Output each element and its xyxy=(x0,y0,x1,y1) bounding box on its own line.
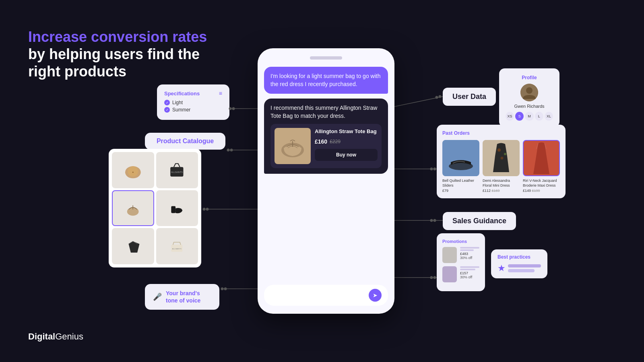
bp-bar-2 xyxy=(508,269,535,272)
size-l[interactable]: L xyxy=(535,112,543,121)
svg-point-23 xyxy=(224,288,227,290)
buy-now-button[interactable]: Buy now xyxy=(315,149,378,161)
size-xs[interactable]: XS xyxy=(506,112,514,121)
svg-point-29 xyxy=(433,168,436,171)
svg-point-14 xyxy=(232,107,235,110)
product-thumb-2[interactable]: ALLSAINTS xyxy=(156,152,198,188)
spec-item-light: ✓ Light xyxy=(164,100,222,105)
filter-icon: ≡ xyxy=(219,90,222,97)
send-button[interactable]: ➤ xyxy=(369,289,382,302)
user-message-text: I'm looking for a light summer bag to go… xyxy=(270,73,380,87)
promo-bar-3 xyxy=(460,266,479,268)
svg-point-17 xyxy=(230,149,233,152)
size-m[interactable]: M xyxy=(525,112,533,121)
past-order-img-1 xyxy=(442,140,479,176)
promo-bar-1 xyxy=(460,247,479,249)
past-order-img-2 xyxy=(483,140,520,176)
size-xl[interactable]: XL xyxy=(545,112,553,121)
past-orders-card: Past Orders Bell Quilted Leather Sliders… xyxy=(437,125,566,198)
svg-point-28 xyxy=(430,168,433,171)
promo-img-2 xyxy=(442,266,457,282)
size-s[interactable]: S xyxy=(515,112,524,121)
avatar xyxy=(520,84,538,101)
sales-guidance-label: Sales Guidance xyxy=(443,212,516,230)
spec-label-light: Light xyxy=(172,100,183,105)
promo-off-2: 30% off xyxy=(460,275,479,279)
best-practices-card: Best practices ★ xyxy=(491,249,547,278)
svg-point-34 xyxy=(430,276,433,279)
svg-text:ALLSAINTS: ALLSAINTS xyxy=(172,248,182,250)
svg-point-46 xyxy=(501,157,504,160)
promo-details-1: £483 30% off xyxy=(460,247,479,260)
product-thumb-6[interactable]: ALLSAINTS xyxy=(156,228,198,264)
user-data-text: User Data xyxy=(452,93,486,101)
past-order-price-2: £112 £169 xyxy=(483,189,520,193)
past-order-3[interactable]: Riri V-Neck Jacquard Broderie Maxi Dress… xyxy=(523,140,560,193)
product-grid-card: ● ALLSAINTS ALLSAI xyxy=(109,149,201,267)
past-order-2[interactable]: Demi Alessandra Floral Mini Dress £112 £… xyxy=(483,140,520,193)
profile-card: Profile Gwen Richards XS S M L XL xyxy=(499,68,559,127)
promo-details-2: £157 30% off xyxy=(460,266,479,279)
promo-price-2: £157 xyxy=(460,271,479,275)
past-order-old-price-2: £169 xyxy=(492,189,500,193)
price-current: £160 xyxy=(315,138,327,146)
promotions-title: Promotions xyxy=(442,239,479,244)
voice-card: 🎤 Your brand'stone of voice xyxy=(145,284,219,310)
bp-bar-1 xyxy=(508,264,541,267)
svg-rect-7 xyxy=(171,206,176,213)
user-chat-bubble: I'm looking for a light summer bag to go… xyxy=(264,67,388,94)
promo-bar-4 xyxy=(460,269,475,270)
past-order-img-3 xyxy=(523,140,560,176)
product-thumb-5[interactable] xyxy=(112,228,154,264)
past-order-name-2: Demi Alessandra Floral Mini Dress xyxy=(483,179,520,188)
product-thumb-1[interactable]: ● xyxy=(112,152,154,188)
product-thumb-3[interactable] xyxy=(112,190,154,226)
svg-point-16 xyxy=(227,149,230,152)
spec-label-summer: Summer xyxy=(172,107,190,113)
svg-point-35 xyxy=(433,276,436,279)
sales-guidance-text: Sales Guidance xyxy=(452,217,506,225)
past-order-old-price-3: £199 xyxy=(532,189,540,193)
microphone-icon: 🎤 xyxy=(153,292,162,301)
best-practices-content: ★ xyxy=(497,263,541,274)
promo-img-1 xyxy=(442,247,457,263)
price-old: £229 xyxy=(330,138,341,145)
past-order-name-1: Bell Quilted Leather Sliders xyxy=(442,179,479,188)
past-order-name-3: Riri V-Neck Jacquard Broderie Maxi Dress xyxy=(523,179,560,188)
bp-bars xyxy=(508,264,541,272)
logo-bold: Digital xyxy=(28,331,55,341)
profile-title: Profile xyxy=(506,75,553,80)
check-icon-light: ✓ xyxy=(164,100,170,105)
past-orders-title: Past Orders xyxy=(442,130,560,136)
size-buttons: XS S M L XL xyxy=(506,112,553,121)
svg-point-32 xyxy=(433,219,436,222)
product-thumb-4[interactable] xyxy=(156,190,198,226)
past-order-1[interactable]: Bell Quilted Leather Sliders £79 xyxy=(442,140,479,193)
svg-line-24 xyxy=(394,97,443,107)
best-practices-title: Best practices xyxy=(497,254,541,260)
svg-point-31 xyxy=(430,219,433,222)
svg-point-20 xyxy=(206,208,209,211)
past-orders-items: Bell Quilted Leather Sliders £79 Demi Al… xyxy=(442,140,560,193)
product-pricing: £160 £229 xyxy=(315,138,378,146)
promo-item-1: £483 30% off xyxy=(442,247,479,263)
promo-price-1: £483 xyxy=(460,252,479,256)
star-icon: ★ xyxy=(497,263,506,274)
svg-point-25 xyxy=(436,96,438,99)
headline-container: Increase conversion rates by helping use… xyxy=(28,28,207,80)
promo-item-2: £157 30% off xyxy=(442,266,479,282)
user-data-label: User Data xyxy=(443,88,496,106)
svg-point-44 xyxy=(497,148,501,152)
profile-name: Gwen Richards xyxy=(506,104,553,109)
svg-point-22 xyxy=(221,288,224,290)
phone-input-bar[interactable]: ➤ xyxy=(264,285,388,306)
logo-regular: Genius xyxy=(55,331,83,341)
svg-text:●: ● xyxy=(132,171,134,173)
logo: DigitalGenius xyxy=(28,331,83,342)
ai-chat-bubble: I recommend this summery Allington Straw… xyxy=(264,99,388,174)
svg-text:ALLSAINTS: ALLSAINTS xyxy=(171,171,183,173)
catalogue-card: Product Catalogue xyxy=(145,133,225,150)
spec-item-summer: ✓ Summer xyxy=(164,107,222,113)
voice-label: Your brand'stone of voice xyxy=(166,290,200,304)
phone-mockup: I'm looking for a light summer bag to go… xyxy=(258,48,394,314)
